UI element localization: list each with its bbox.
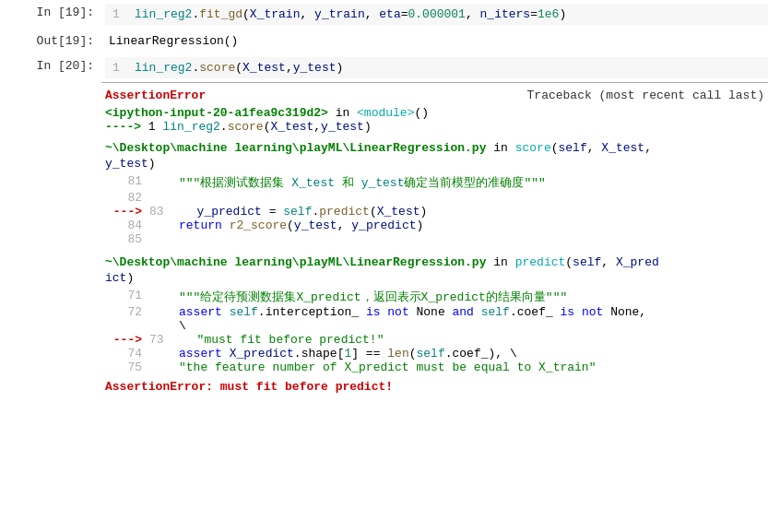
module-ref: <module> xyxy=(357,106,414,120)
ipython-input-ref: <ipython-input-20-a1fea9c319d2> xyxy=(105,106,328,120)
final-error: AssertionError: must fit before predict! xyxy=(105,380,764,394)
cell-content-out-19: LinearRegression() xyxy=(101,32,768,50)
arrow-line-1: ----> 1 lin_reg2.score(X_test,y_test) xyxy=(105,120,764,134)
line-84: 84 return r2_score(y_test, y_predict) xyxy=(105,219,764,232)
in-label: In xyxy=(37,6,58,19)
line-85: 85 xyxy=(105,232,764,246)
code-method-19: fit_gd xyxy=(199,7,242,21)
code-block-2: 71 """给定待预测数据集X_predict，返回表示X_predict的结果… xyxy=(105,289,764,374)
line-num-20: 1 xyxy=(112,61,124,75)
final-error-text: AssertionError: must fit before predict! xyxy=(105,380,393,394)
file2-ref-cont: ict) xyxy=(105,271,764,285)
notebook: In [19]: 1 lin_reg2.fit_gd(X_train, y_tr… xyxy=(0,0,768,532)
cell-out-19: Out[19]: LinearRegression() xyxy=(0,29,768,53)
cell-label-in-20: In [20]: xyxy=(0,57,101,78)
line-81: 81 """根据测试数据集 X_test 和 y_test确定当前模型的准确度"… xyxy=(105,174,764,191)
line-72b: \ xyxy=(105,319,764,333)
cell-in-20: In [20]: 1 lin_reg2.score(X_test,y_test) xyxy=(0,53,768,82)
tb-header-line: AssertionError Traceback (most recent ca… xyxy=(105,89,764,102)
ipython-input-line: <ipython-input-20-a1fea9c319d2> in <modu… xyxy=(105,106,764,120)
traceback-label: Traceback (most recent call last) xyxy=(527,89,764,102)
cell-label-out-19: Out[19]: xyxy=(0,32,101,50)
code-block-1: 81 """根据测试数据集 X_test 和 y_test确定当前模型的准确度"… xyxy=(105,174,764,246)
cell-content-in-19: 1 lin_reg2.fit_gd(X_train, y_train, eta=… xyxy=(101,4,768,25)
in-label-20: In xyxy=(37,59,58,73)
error-section: AssertionError Traceback (most recent ca… xyxy=(101,82,768,403)
file2-ref: ~\Desktop\machine learning\playML\Linear… xyxy=(105,255,764,269)
cell-num-20: [20]: xyxy=(58,59,94,73)
line-82: 82 xyxy=(105,191,764,205)
line-74: 74 assert X_predict.shape[1] == len(self… xyxy=(105,347,764,361)
cell-label-in-19: In [19]: xyxy=(0,4,101,25)
file1-ref-cont: y_test) xyxy=(105,157,764,171)
line-73: ---> 73 "must fit before predict!" xyxy=(105,333,764,347)
code-line-20: lin_reg2.score(X_test,y_test) xyxy=(135,61,343,75)
line-72: 72 assert self.interception_ is not None… xyxy=(105,305,764,319)
line-83: ---> 83 y_predict = self.predict(X_test) xyxy=(105,205,764,219)
code-box-19[interactable]: 1 lin_reg2.fit_gd(X_train, y_train, eta=… xyxy=(105,4,768,25)
cell-num-19: [19]: xyxy=(58,6,94,19)
code-box-20[interactable]: 1 lin_reg2.score(X_test,y_test) xyxy=(105,57,768,78)
line-71: 71 """给定待预测数据集X_predict，返回表示X_predict的结果… xyxy=(105,289,764,305)
out-label-19: Out[19]: xyxy=(37,34,94,48)
line-75: 75 "the feature number of X_predict must… xyxy=(105,361,764,374)
line-num-19: 1 xyxy=(112,7,124,21)
file1-ref: ~\Desktop\machine learning\playML\Linear… xyxy=(105,141,764,155)
code-line-19: lin_reg2.fit_gd(X_train, y_train, eta=0.… xyxy=(135,7,566,21)
out-text-19: LinearRegression() xyxy=(105,32,768,50)
cell-in-19: In [19]: 1 lin_reg2.fit_gd(X_train, y_tr… xyxy=(0,0,768,29)
cell-content-in-20: 1 lin_reg2.score(X_test,y_test) xyxy=(101,57,768,78)
assertion-error-header: AssertionError xyxy=(105,89,206,102)
code-obj-19: lin_reg2 xyxy=(135,7,192,21)
